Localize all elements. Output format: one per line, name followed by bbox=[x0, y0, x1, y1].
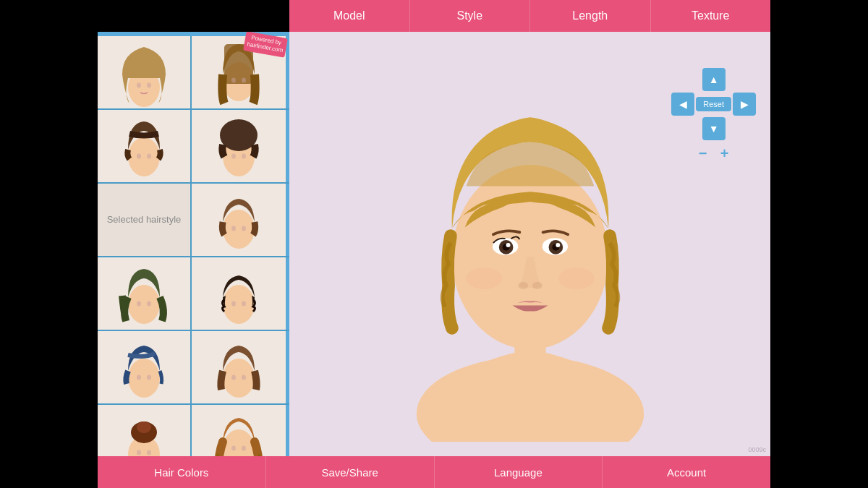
move-right-button[interactable]: ▶ bbox=[733, 93, 756, 116]
svg-point-2 bbox=[147, 82, 151, 87]
svg-point-36 bbox=[242, 445, 246, 450]
selected-label: Selected hairstyle bbox=[107, 214, 182, 226]
hairstyle-thumb[interactable] bbox=[98, 110, 192, 182]
svg-point-16 bbox=[242, 226, 246, 231]
hairstyle-row bbox=[98, 331, 289, 405]
hairstyle-thumb[interactable] bbox=[192, 405, 286, 456]
svg-point-21 bbox=[231, 301, 236, 306]
tab-texture[interactable]: Texture bbox=[651, 0, 771, 32]
svg-point-7 bbox=[128, 137, 160, 176]
hairstyle-thumb[interactable] bbox=[192, 331, 286, 403]
hairstyle-thumb-selected[interactable]: Selected hairstyle bbox=[98, 184, 192, 256]
zoom-out-button[interactable]: − bbox=[693, 143, 713, 163]
tab-length[interactable]: Length bbox=[530, 0, 651, 32]
tab-style[interactable]: Style bbox=[410, 0, 531, 32]
svg-point-54 bbox=[506, 243, 510, 247]
svg-point-23 bbox=[128, 359, 160, 398]
svg-point-5 bbox=[231, 77, 236, 82]
version-label: 0009c bbox=[748, 446, 766, 453]
svg-point-35 bbox=[231, 445, 236, 450]
svg-point-57 bbox=[532, 282, 542, 289]
hairstyle-row bbox=[98, 257, 289, 331]
tab-save-share[interactable]: Save/Share bbox=[266, 456, 435, 488]
hairstyle-row: Selected hairstyle bbox=[98, 184, 289, 257]
tab-account[interactable]: Account bbox=[603, 456, 770, 488]
zoom-in-button[interactable]: + bbox=[715, 143, 735, 163]
svg-point-56 bbox=[518, 282, 528, 289]
hairstyle-row bbox=[98, 405, 289, 456]
svg-point-14 bbox=[223, 210, 255, 249]
move-left-button[interactable]: ◀ bbox=[671, 93, 694, 116]
hairstyle-thumb[interactable] bbox=[192, 110, 286, 182]
svg-point-12 bbox=[231, 153, 236, 158]
svg-point-18 bbox=[137, 301, 141, 306]
svg-point-28 bbox=[242, 374, 246, 380]
hairstyle-thumb[interactable] bbox=[98, 331, 192, 403]
move-up-button[interactable]: ▲ bbox=[702, 68, 726, 91]
svg-point-27 bbox=[231, 374, 236, 380]
svg-point-33 bbox=[147, 450, 151, 455]
svg-point-9 bbox=[147, 153, 151, 158]
reset-button[interactable]: Reset bbox=[696, 97, 731, 111]
hairstyle-thumb[interactable] bbox=[192, 184, 286, 256]
svg-point-47 bbox=[558, 267, 594, 288]
tab-hair-colors[interactable]: Hair Colors bbox=[98, 456, 266, 488]
svg-point-46 bbox=[466, 267, 501, 288]
svg-point-22 bbox=[242, 301, 246, 306]
svg-point-15 bbox=[231, 226, 236, 231]
nav-controls: ▲ ◀ Reset ▶ ▼ − + bbox=[671, 68, 756, 165]
hairstyle-thumb[interactable] bbox=[98, 36, 192, 108]
svg-point-1 bbox=[137, 82, 141, 87]
move-down-button[interactable]: ▼ bbox=[702, 117, 726, 140]
svg-point-31 bbox=[137, 421, 151, 433]
svg-point-8 bbox=[137, 153, 141, 158]
svg-point-19 bbox=[147, 301, 151, 306]
hairstyle-thumb[interactable] bbox=[98, 257, 192, 330]
svg-point-24 bbox=[137, 374, 141, 380]
svg-point-26 bbox=[223, 359, 255, 398]
svg-point-55 bbox=[556, 243, 560, 247]
svg-point-34 bbox=[223, 429, 255, 457]
hairstyle-thumb[interactable] bbox=[192, 257, 286, 330]
tab-language[interactable]: Language bbox=[435, 456, 603, 488]
hairstyle-row bbox=[98, 110, 289, 184]
model-preview-svg bbox=[393, 44, 668, 442]
svg-point-32 bbox=[137, 450, 141, 455]
svg-point-6 bbox=[242, 77, 246, 82]
svg-point-13 bbox=[242, 153, 246, 158]
svg-point-17 bbox=[128, 285, 160, 324]
tab-model[interactable]: Model bbox=[289, 0, 410, 32]
svg-point-25 bbox=[147, 374, 151, 380]
hairstyle-thumb[interactable] bbox=[98, 405, 192, 456]
preview-area: ▲ ◀ Reset ▶ ▼ − + 0009c bbox=[289, 32, 770, 456]
svg-point-20 bbox=[223, 285, 255, 324]
